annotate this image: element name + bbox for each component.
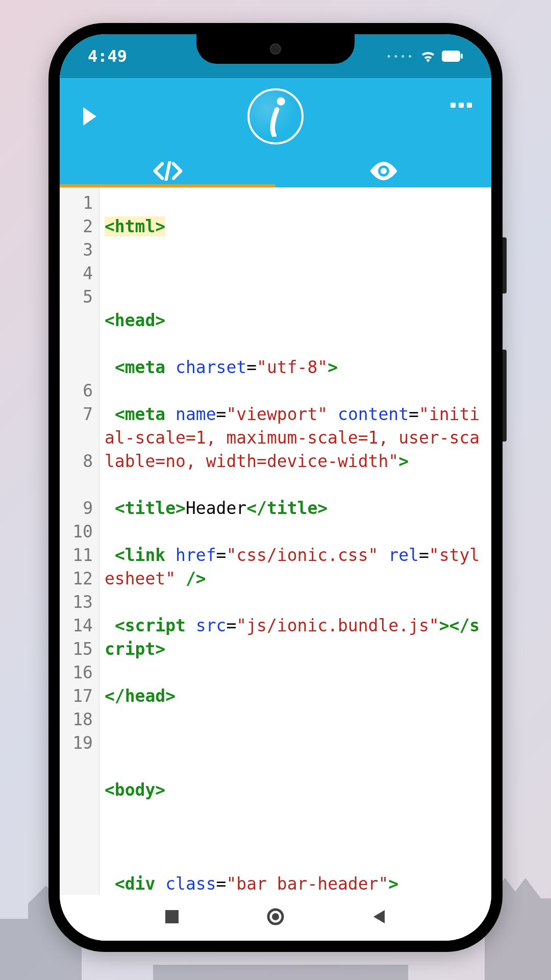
line-number: 9 bbox=[60, 497, 99, 520]
more-icon bbox=[450, 103, 456, 108]
line-number: 11 bbox=[60, 544, 99, 567]
status-time: 4:49 bbox=[88, 46, 127, 66]
code-line[interactable]: <script src="js/ionic.bundle.js"></scrip… bbox=[105, 614, 486, 661]
line-number: 6 bbox=[60, 379, 99, 403]
line-number: 7 bbox=[60, 403, 99, 426]
app-logo bbox=[247, 88, 304, 144]
more-menu-button[interactable] bbox=[445, 97, 477, 113]
line-number: 2 bbox=[60, 215, 99, 238]
line-number: 16 bbox=[60, 661, 99, 684]
nav-home-button[interactable] bbox=[252, 902, 299, 934]
line-number: 5 bbox=[60, 285, 99, 309]
line-number: 4 bbox=[60, 262, 99, 285]
svg-rect-10 bbox=[515, 914, 523, 921]
phone-side-button bbox=[503, 237, 507, 293]
svg-rect-12 bbox=[442, 51, 460, 62]
code-line[interactable]: <html> bbox=[105, 215, 486, 238]
line-number: 14 bbox=[60, 614, 99, 638]
code-editor[interactable]: 1 2 3 4 5 . . . 6 7 . 8 . 9 10 11 12 13 … bbox=[60, 187, 491, 895]
line-number: 15 bbox=[60, 638, 99, 661]
battery-icon bbox=[442, 51, 463, 62]
eye-icon bbox=[369, 161, 398, 181]
front-camera bbox=[270, 43, 281, 55]
code-line[interactable]: <head> bbox=[105, 309, 486, 332]
code-line[interactable]: <div class="bar bar-header"> bbox=[105, 872, 486, 895]
line-number: 12 bbox=[60, 567, 99, 591]
svg-rect-16 bbox=[165, 910, 179, 923]
svg-rect-9 bbox=[503, 914, 510, 921]
nav-recent-button[interactable] bbox=[149, 903, 195, 933]
code-line[interactable] bbox=[105, 262, 486, 285]
svg-rect-11 bbox=[528, 914, 536, 921]
svg-point-14 bbox=[277, 97, 285, 106]
tab-preview[interactable] bbox=[276, 155, 491, 187]
line-number: 10 bbox=[60, 520, 99, 544]
line-number: 8 bbox=[60, 450, 99, 473]
line-number: 13 bbox=[60, 591, 99, 614]
android-nav-bar bbox=[60, 895, 491, 941]
circle-icon bbox=[267, 908, 284, 925]
phone-side-button bbox=[503, 350, 507, 442]
svg-marker-7 bbox=[510, 878, 541, 898]
more-icon bbox=[467, 103, 472, 108]
phone-notch bbox=[196, 34, 355, 64]
code-line[interactable]: <body> bbox=[105, 778, 486, 802]
line-number: 18 bbox=[60, 708, 99, 731]
svg-rect-0 bbox=[0, 919, 31, 980]
code-line[interactable]: <meta charset="utf-8"> bbox=[105, 356, 486, 379]
play-icon bbox=[83, 107, 97, 126]
code-line[interactable] bbox=[105, 731, 486, 755]
svg-rect-4 bbox=[153, 965, 408, 980]
line-number: 1 bbox=[60, 191, 99, 215]
svg-point-15 bbox=[380, 168, 386, 174]
signal-dots-icon: •••• bbox=[386, 51, 414, 62]
code-line[interactable]: <meta name="viewport" content="initial-s… bbox=[105, 403, 486, 473]
svg-point-18 bbox=[272, 913, 279, 920]
app-header bbox=[60, 78, 491, 187]
tab-code[interactable] bbox=[60, 155, 276, 187]
code-line[interactable]: <title>Header</title> bbox=[105, 497, 486, 520]
triangle-left-icon bbox=[371, 909, 387, 924]
line-number: 19 bbox=[60, 731, 99, 755]
code-line[interactable]: <link href="css/ionic.css" rel="styleshe… bbox=[105, 544, 486, 591]
phone-frame: 4:49 •••• bbox=[48, 23, 503, 952]
svg-rect-13 bbox=[461, 54, 463, 59]
code-content[interactable]: <html> <head> <meta charset="utf-8"> <me… bbox=[99, 187, 491, 895]
code-icon bbox=[153, 161, 183, 181]
more-icon bbox=[459, 103, 464, 108]
code-line[interactable] bbox=[105, 825, 486, 849]
line-number: 3 bbox=[60, 238, 99, 262]
wifi-icon bbox=[420, 50, 436, 62]
run-button[interactable] bbox=[75, 100, 105, 133]
line-number: 17 bbox=[60, 684, 99, 708]
nav-back-button[interactable] bbox=[356, 903, 402, 933]
line-number-gutter: 1 2 3 4 5 . . . 6 7 . 8 . 9 10 11 12 13 … bbox=[60, 187, 99, 895]
editor-tabs bbox=[60, 155, 491, 187]
status-icons: •••• bbox=[386, 50, 463, 62]
logo-i-icon bbox=[260, 96, 291, 137]
phone-screen: 4:49 •••• bbox=[60, 34, 491, 941]
square-icon bbox=[164, 909, 180, 924]
code-line[interactable]: </head> bbox=[105, 684, 486, 708]
